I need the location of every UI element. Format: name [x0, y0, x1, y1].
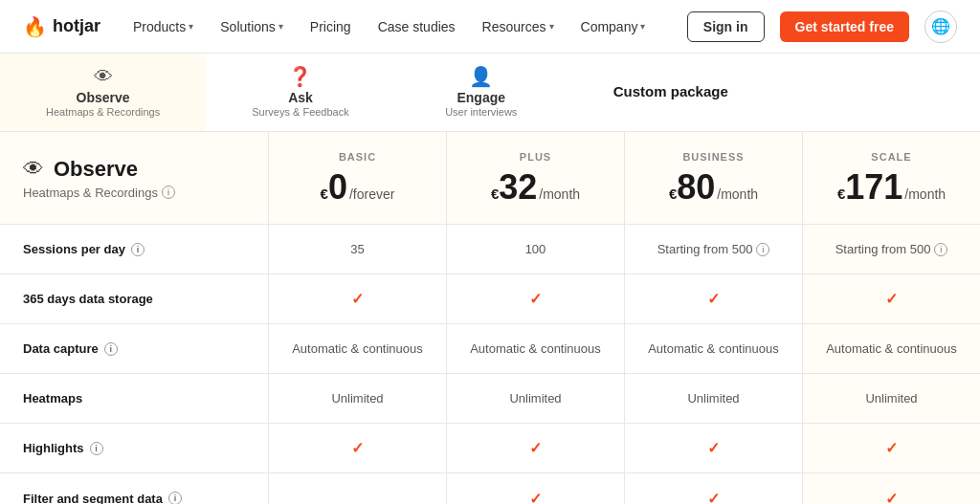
product-info-icon[interactable]: i [162, 186, 175, 199]
tab-engage[interactable]: 👤 Engage User interviews [395, 54, 568, 131]
chevron-down-icon: ▾ [549, 21, 554, 32]
ask-icon: ❓ [288, 65, 312, 88]
business-amount: 80 [677, 170, 715, 205]
heatmaps-basic-value: Unlimited [331, 391, 383, 405]
observe-icon: 👁 [94, 66, 113, 88]
heatmaps-plus: Unlimited [446, 374, 624, 423]
check-icon: ✓ [885, 290, 898, 308]
plan-basic-label: BASIC [339, 151, 376, 163]
sessions-business-value: Starting from 500 [657, 242, 753, 256]
nav-solutions-label: Solutions [220, 19, 276, 34]
plan-scale-label: SCALE [871, 151, 911, 163]
logo[interactable]: 🔥 hotjar [23, 15, 100, 38]
plan-plus-header: PLUS € 32 /month [446, 132, 624, 224]
product-name-row: 👁 Observe [23, 157, 138, 182]
observe-product-icon: 👁 [23, 157, 44, 182]
product-subtitle-text: Heatmaps & Recordings [23, 186, 158, 200]
filter-scale: ✓ [802, 473, 980, 504]
sessions-info-icon[interactable]: i [131, 243, 145, 256]
custom-package-label: Custom package [613, 83, 728, 99]
highlights-business: ✓ [624, 424, 802, 472]
check-icon: ✓ [885, 490, 898, 505]
sessions-scale: Starting from 500 i [802, 225, 980, 274]
heatmaps-plus-value: Unlimited [509, 391, 561, 405]
feature-storage-label: 365 days data storage [0, 274, 268, 323]
feature-sessions-label: Sessions per day i [0, 225, 268, 274]
heatmaps-scale-value: Unlimited [865, 391, 917, 405]
feature-row-heatmaps: Heatmaps Unlimited Unlimited Unlimited U… [0, 374, 980, 424]
chevron-down-icon: ▾ [278, 21, 283, 32]
check-icon: ✓ [529, 490, 542, 505]
check-icon: ✓ [529, 290, 542, 308]
check-icon: ✓ [707, 490, 720, 505]
plus-period: /month [539, 186, 580, 202]
sessions-basic: 35 [268, 225, 446, 274]
data-capture-basic-value: Automatic & continuous [292, 341, 423, 356]
filter-business: ✓ [624, 473, 802, 504]
data-capture-info-icon[interactable]: i [104, 342, 118, 356]
highlights-scale: ✓ [802, 424, 980, 472]
filter-plus: ✓ [446, 473, 624, 504]
chevron-down-icon: ▾ [640, 21, 645, 32]
data-capture-scale: Automatic & continuous [802, 324, 980, 373]
language-selector[interactable]: 🌐 [924, 11, 957, 43]
nav-item-solutions[interactable]: Solutions ▾ [211, 13, 293, 40]
feature-heatmaps-text: Heatmaps [23, 391, 82, 405]
feature-row-highlights: Highlights i ✓ ✓ ✓ ✓ [0, 424, 980, 473]
nav-item-products[interactable]: Products ▾ [123, 13, 203, 40]
chevron-down-icon: ▾ [189, 21, 193, 32]
get-started-button[interactable]: Get started free [780, 11, 909, 42]
product-tabs: 👁 Observe Heatmaps & Recordings ❓ Ask Su… [0, 54, 980, 132]
basic-currency: € [321, 186, 328, 201]
highlights-info-icon[interactable]: i [90, 442, 103, 455]
nav-company-label: Company [581, 19, 638, 34]
tab-ask[interactable]: ❓ Ask Surveys & Feedback [206, 54, 395, 131]
nav-item-case-studies[interactable]: Case studies [368, 13, 465, 40]
nav-item-company[interactable]: Company ▾ [571, 13, 656, 40]
sessions-plus-value: 100 [525, 242, 546, 256]
plan-business-header: BUSINESS € 80 /month [624, 132, 802, 224]
feature-storage-text: 365 days data storage [23, 292, 153, 306]
sessions-business-info-icon[interactable]: i [756, 243, 769, 256]
basic-period: /forever [349, 186, 394, 202]
tab-ask-subtitle: Surveys & Feedback [252, 106, 349, 118]
sessions-scale-info-icon[interactable]: i [934, 243, 947, 256]
highlights-basic: ✓ [268, 424, 446, 472]
feature-sessions-text: Sessions per day [23, 242, 125, 256]
scale-currency: € [837, 186, 845, 201]
check-icon: ✓ [885, 439, 898, 457]
filter-info-icon[interactable]: i [168, 492, 182, 504]
logo-wordmark: hotjar [53, 16, 100, 36]
sessions-basic-value: 35 [350, 242, 364, 256]
business-period: /month [717, 186, 758, 202]
feature-highlights-label: Highlights i [0, 424, 268, 472]
storage-business: ✓ [624, 274, 802, 323]
storage-plus: ✓ [446, 274, 624, 323]
scale-amount: 171 [845, 170, 902, 205]
nav-item-resources[interactable]: Resources ▾ [473, 13, 564, 40]
nav-products-label: Products [133, 19, 186, 34]
signin-button[interactable]: Sign in [687, 11, 765, 42]
data-capture-business-value: Automatic & continuous [648, 341, 779, 356]
data-capture-basic: Automatic & continuous [268, 324, 446, 373]
engage-icon: 👤 [469, 65, 493, 88]
nav-case-studies-label: Case studies [378, 19, 456, 34]
business-currency: € [669, 186, 677, 201]
data-capture-business: Automatic & continuous [624, 324, 802, 373]
storage-basic: ✓ [268, 274, 446, 323]
tab-custom-package[interactable]: Custom package [568, 54, 774, 131]
sessions-plus: 100 [446, 225, 624, 274]
plan-basic-header: BASIC € 0 /forever [268, 132, 446, 224]
feature-filter-label: Filter and segment data i [0, 473, 268, 504]
data-capture-scale-value: Automatic & continuous [826, 341, 957, 356]
product-title-cell: 👁 Observe Heatmaps & Recordings i [0, 132, 268, 224]
hotjar-flame-icon: 🔥 [23, 15, 47, 38]
nav-item-pricing[interactable]: Pricing [301, 13, 361, 40]
globe-icon: 🌐 [931, 17, 950, 35]
sessions-scale-value: Starting from 500 [835, 242, 931, 256]
tab-observe[interactable]: 👁 Observe Heatmaps & Recordings [0, 54, 206, 131]
sessions-business: Starting from 500 i [624, 225, 802, 274]
product-subtitle-row: Heatmaps & Recordings i [23, 186, 175, 200]
tab-observe-title: Observe [77, 90, 130, 105]
check-icon: ✓ [351, 290, 364, 308]
